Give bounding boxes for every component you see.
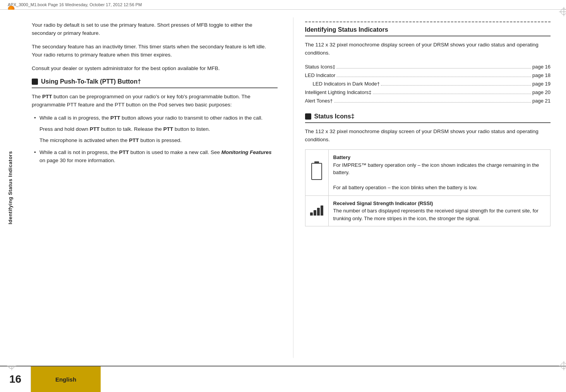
page: APX_3000_M1.book Page 16 Wednesday, Octo… xyxy=(0,0,566,392)
page-header: APX_3000_M1.book Page 16 Wednesday, Octo… xyxy=(0,0,566,10)
toc-entry-1: LED Indicator page 18 xyxy=(305,71,551,80)
intro-para1: Your radio by default is set to use the … xyxy=(32,21,278,38)
rssi-bar-2 xyxy=(314,210,316,216)
toc-dots-3 xyxy=(373,94,531,94)
battery-row: Battery For IMPRES™ battery operation on… xyxy=(305,150,551,196)
language-label: English xyxy=(31,366,101,392)
battery-desc2: For all battery operation – the icon bli… xyxy=(333,185,478,190)
sub-para-1b: The microphone is activated when the PTT… xyxy=(39,137,278,145)
dashed-separator: Identifying Status Indicators xyxy=(305,21,551,36)
identifying-status-label: Identifying Status Indicators xyxy=(305,26,388,33)
right-intro-para: The 112 x 32 pixel monochrome display sc… xyxy=(305,41,551,57)
toc-entry-3: Intelligent Lighting Indicators‡ page 20 xyxy=(305,88,551,97)
bullet-item-1: While a call is in progress, the PTT but… xyxy=(39,114,278,145)
ptt-heading: Using Push-To-Talk (PTT) Button† xyxy=(32,78,278,88)
toc-page-0: page 16 xyxy=(532,63,551,71)
columns: Your radio by default is set to use the … xyxy=(20,10,566,366)
rssi-label: Received Signal Strength Indicator (RSSI… xyxy=(333,200,433,206)
toc-page-2: page 19 xyxy=(532,80,551,88)
toc-label-1: LED Indicator xyxy=(305,71,336,80)
toc-dots-2 xyxy=(381,85,531,86)
status-icons-heading: Status Icons‡ xyxy=(305,113,551,123)
footer: 16 English xyxy=(0,366,566,392)
header-text: APX_3000_M1.book Page 16 Wednesday, Octo… xyxy=(8,2,142,7)
status-icons-table: Battery For IMPRES™ battery operation on… xyxy=(305,149,551,226)
ptt-para1: The PTT button can be preprogrammed on y… xyxy=(32,93,278,109)
sidebar: Identifying Status Indicators xyxy=(0,10,20,366)
intro-para2: The secondary feature has an inactivity … xyxy=(32,43,278,59)
right-column: Identifying Status Indicators The 112 x … xyxy=(293,17,566,358)
battery-icon-cell xyxy=(305,150,328,196)
toc-label-2: LED Indicators in Dark Mode† xyxy=(313,80,380,88)
identifying-status-heading: Identifying Status Indicators xyxy=(305,26,551,36)
battery-icon xyxy=(311,163,322,180)
rssi-desc1: The number of bars displayed represents … xyxy=(333,208,539,221)
rssi-row: Received Signal Strength Indicator (RSSI… xyxy=(305,195,551,226)
toc-entry-4: Alert Tones† page 21 xyxy=(305,97,551,105)
sidebar-label: Identifying Status Indicators xyxy=(7,151,13,224)
toc-page-4: page 21 xyxy=(532,97,551,105)
rssi-bar-4 xyxy=(321,205,323,216)
toc-dots-0 xyxy=(336,68,531,68)
rssi-bar-1 xyxy=(310,212,313,216)
toc-page-3: page 20 xyxy=(532,88,551,97)
toc: Status Icons‡ page 16 LED Indicator page… xyxy=(305,63,551,105)
status-icons-intro: The 112 x 32 pixel monochrome display sc… xyxy=(305,128,551,144)
toc-label-4: Alert Tones† xyxy=(305,97,333,105)
rssi-icon-cell xyxy=(305,195,328,226)
toc-label-3: Intelligent Lighting Indicators‡ xyxy=(305,88,372,97)
bullet-item-2: While a call is not in progress, the PTT… xyxy=(39,149,278,165)
ptt-heading-icon xyxy=(32,79,38,85)
rssi-bar-3 xyxy=(317,208,320,216)
intro-para3: Consult your dealer or system administra… xyxy=(32,65,278,73)
battery-label: Battery xyxy=(333,154,351,160)
toc-label-0: Status Icons‡ xyxy=(305,63,336,71)
rssi-icon xyxy=(310,204,323,216)
battery-desc1: For IMPRES™ battery operation only – the… xyxy=(333,162,539,176)
left-column: Your radio by default is set to use the … xyxy=(20,17,293,358)
toc-dots-4 xyxy=(334,102,531,103)
main-content: Identifying Status Indicators Your radio… xyxy=(0,10,566,366)
toc-page-1: page 18 xyxy=(532,71,551,80)
battery-description: Battery For IMPRES™ battery operation on… xyxy=(328,150,551,196)
sub-para-1a: Press and hold down PTT button to talk. … xyxy=(39,125,278,134)
rssi-description: Received Signal Strength Indicator (RSSI… xyxy=(328,195,551,226)
toc-entry-0: Status Icons‡ page 16 xyxy=(305,63,551,71)
toc-entry-2: LED Indicators in Dark Mode† page 19 xyxy=(305,80,551,88)
status-icons-label: Status Icons‡ xyxy=(314,113,355,120)
ptt-heading-label: Using Push-To-Talk (PTT) Button† xyxy=(41,78,141,85)
toc-dots-1 xyxy=(336,77,531,77)
status-icons-icon xyxy=(305,113,311,120)
